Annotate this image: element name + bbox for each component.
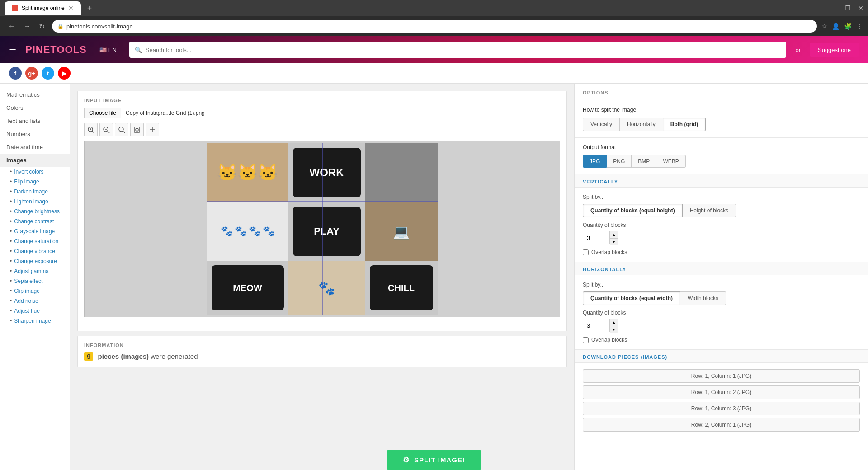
youtube-icon[interactable]: ▶ [58,67,71,80]
sidebar-link-flip[interactable]: Flip image [0,177,70,187]
h-overlap-checkbox[interactable] [583,337,589,343]
twitter-icon[interactable]: t [42,67,54,80]
new-tab-btn[interactable]: + [85,4,95,13]
browser-tab[interactable]: Split image online ✕ [5,1,81,15]
sidebar-item-datetime[interactable]: Date and time [0,141,70,154]
facebook-icon[interactable]: f [9,67,22,80]
sidebar-link-noise[interactable]: Add noise [0,296,70,306]
format-jpg-btn[interactable]: JPG [583,155,607,168]
play-text: PLAY [314,226,340,237]
site-logo[interactable]: PINETOOLS [25,44,87,56]
close-btn[interactable]: ✕ [858,5,863,12]
search-input[interactable] [146,47,781,53]
sidebar-link-contrast[interactable]: Change contrast [0,216,70,226]
sidebar-link-saturation[interactable]: Change saturation [0,236,70,246]
split-vertically-btn[interactable]: Vertically [583,118,620,131]
sidebar-link-clip[interactable]: Clip image [0,286,70,296]
cell-3-3: CHILL [370,265,433,310]
choose-file-btn[interactable]: Choose file [84,108,121,118]
sidebar-link-sharpen[interactable]: Sharpen image [0,316,70,326]
extensions-icon[interactable]: 🧩 [844,23,852,30]
zoom-out-btn[interactable] [99,123,113,136]
pieces-count: 9 [84,352,93,361]
tab-title: Split image online [22,5,65,11]
sidebar-link-sepia[interactable]: Sepia effect [0,276,70,286]
sidebar-link-exposure[interactable]: Change exposure [0,256,70,266]
h-qty-down[interactable]: ▼ [610,326,618,333]
tab-close-btn[interactable]: ✕ [68,5,74,12]
download-row2-col1[interactable]: Row: 2, Column: 1 (JPG) [583,418,860,432]
url-bar[interactable]: 🔒 pinetools.com/split-image [52,20,817,33]
sidebar-link-hue[interactable]: Adjust hue [0,306,70,316]
split-image-btn[interactable]: ⚙ SPLIT IMAGE! [387,450,481,470]
restore-btn[interactable]: ❐ [845,5,851,12]
download-row1-col1[interactable]: Row: 1, Column: 1 (JPG) [583,369,860,383]
split-horizontally-btn[interactable]: Horizontally [620,118,663,131]
googleplus-icon[interactable]: g+ [25,67,38,80]
format-webp-btn[interactable]: WEBP [656,155,685,168]
cell-2-3: 💻 [365,202,438,261]
sidebar-link-vibrance[interactable]: Change vibrance [0,246,70,256]
zoom-expand-btn[interactable] [146,123,159,136]
sidebar-item-mathematics[interactable]: Mathematics [0,88,70,101]
h-qty-label: Quantity of blocks [583,310,860,316]
preview-container: 🐱🐱🐱 WORK 🐾 🐾 🐾 🐾 [207,143,438,315]
minimize-btn[interactable]: — [831,5,838,12]
sidebar-link-brightness[interactable]: Change brightness [0,207,70,216]
sidebar-item-text[interactable]: Text and lists [0,114,70,127]
gear-icon: ⚙ [403,456,410,464]
laptop-emoji: 💻 [393,224,410,240]
sidebar-link-darken[interactable]: Darken image [0,187,70,197]
vertically-heading: VERTICALLY [575,174,868,188]
sidebar-link-grayscale[interactable]: Grayscale image [0,226,70,236]
sidebar-link-gamma[interactable]: Adjust gamma [0,266,70,276]
h-width-blocks-btn[interactable]: Width blocks [680,291,726,305]
h-qty-field[interactable] [583,319,610,332]
svg-rect-9 [134,127,140,132]
sidebar-link-invert[interactable]: Invert colors [0,167,70,177]
sidebar-link-lighten[interactable]: Lighten image [0,197,70,207]
language-selector[interactable]: 🇺🇸 EN [96,45,120,55]
format-bmp-btn[interactable]: BMP [632,155,656,168]
download-row1-col2[interactable]: Row: 1, Column: 2 (JPG) [583,385,860,399]
zoom-in-btn[interactable] [84,123,98,136]
sidebar-item-numbers[interactable]: Numbers [0,127,70,141]
h-qty-up[interactable]: ▲ [610,319,618,326]
sidebar-item-colors[interactable]: Colors [0,101,70,114]
download-row1-col3[interactable]: Row: 1, Column: 3 (JPG) [583,402,860,415]
format-png-btn[interactable]: PNG [607,155,632,168]
paw-icon-2: 🐾 [235,226,247,237]
v-qty-down[interactable]: ▼ [610,238,618,245]
cat-paws-emoji: 🐾 [318,280,335,296]
refresh-btn[interactable]: ↻ [36,21,47,32]
back-btn[interactable]: ← [5,21,18,32]
zoom-reset-btn[interactable] [115,123,128,136]
v-height-blocks-btn[interactable]: Height of blocks [683,204,736,217]
were-generated-text: were generated [151,352,198,360]
v-qty-field[interactable] [583,231,610,244]
search-bar[interactable]: 🔍 [129,42,787,58]
cell-3-2: 🐾 [288,261,365,315]
zoom-fit-btn[interactable] [130,123,144,136]
how-to-split-section: How to split the image Vertically Horizo… [575,100,868,138]
v-qty-up[interactable]: ▲ [610,231,618,238]
v-qty-label: Quantity of blocks [583,222,860,228]
v-qty-blocks-btn[interactable]: Quantity of blocks (equal height) [583,204,683,217]
split-both-btn[interactable]: Both (grid) [663,118,706,131]
hamburger-menu[interactable]: ☰ [9,45,16,55]
account-icon[interactable]: 👤 [832,23,840,30]
v-overlap-label: Overlap blocks [591,249,627,255]
paw-icon-1: 🐾 [221,226,233,237]
forward-btn[interactable]: → [21,21,33,32]
v-qty-spinners: ▲ ▼ [610,231,618,245]
options-header: OPTIONS [575,84,868,100]
social-bar: f g+ t ▶ [0,63,868,84]
cell-1-3 [365,143,438,202]
pieces-bold-text: pieces (images) [98,352,149,360]
menu-icon[interactable]: ⋮ [856,23,863,30]
sidebar-item-images[interactable]: Images [0,154,70,167]
h-qty-blocks-btn[interactable]: Quantity of blocks (equal width) [583,291,680,305]
suggest-btn[interactable]: Suggest one [810,43,859,57]
v-overlap-checkbox[interactable] [583,249,589,255]
bookmark-icon[interactable]: ☆ [821,23,827,30]
